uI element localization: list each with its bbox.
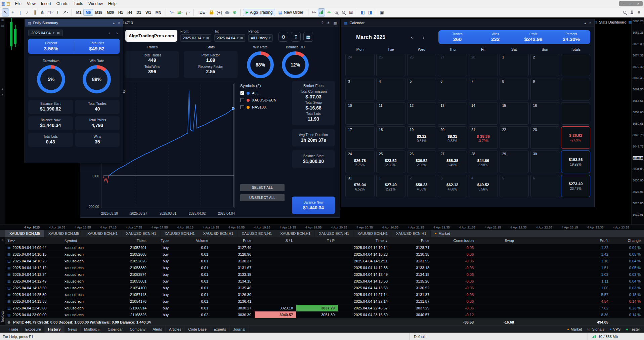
- timeframe-m1[interactable]: M1: [74, 9, 83, 15]
- symbol-checkbox[interactable]: [240, 105, 244, 109]
- grid-button[interactable]: ⊞▾: [176, 9, 184, 16]
- vps-button[interactable]: ■VPS: [610, 327, 620, 331]
- prev-day-button[interactable]: ‹: [109, 31, 110, 36]
- profile-cell[interactable]: Default: [410, 333, 588, 340]
- tab-experts[interactable]: Experts: [210, 326, 230, 333]
- history-column-header[interactable]: Symbol: [62, 237, 113, 245]
- new-order-button[interactable]: ▤New Order: [276, 9, 305, 16]
- tab-news[interactable]: News: [65, 326, 81, 333]
- autoshift-button[interactable]: ↠: [326, 9, 332, 16]
- tab-company[interactable]: Company: [126, 326, 149, 333]
- text-tool-button[interactable]: T: [54, 9, 61, 16]
- menu-item-tools[interactable]: Tools: [71, 1, 86, 7]
- chart-tab[interactable]: XAUUSD-ECN,M5: [44, 230, 83, 237]
- menu-item-file[interactable]: File: [12, 1, 24, 7]
- close-button[interactable]: ×: [635, 1, 642, 6]
- timeframe-h4[interactable]: H4: [125, 9, 134, 15]
- timeframe-m30[interactable]: M30: [105, 9, 116, 15]
- to-date-input[interactable]: 2025.04.04 ▾ ▦: [214, 34, 245, 42]
- cloud-button[interactable]: [224, 9, 230, 16]
- web-button[interactable]: ⊕: [231, 9, 238, 16]
- collapse-icon[interactable]: ▴: [113, 21, 115, 25]
- trendline-tool-button[interactable]: ∕: [24, 9, 31, 16]
- timeframe-m5[interactable]: M5: [84, 9, 93, 15]
- signal-button[interactable]: (●): [216, 9, 223, 16]
- arrows-tool-button[interactable]: ↗▾: [62, 9, 69, 16]
- menu-item-window[interactable]: Window: [86, 1, 105, 7]
- menu-item-view[interactable]: View: [24, 1, 38, 7]
- vline-tool-button[interactable]: |: [17, 9, 24, 16]
- symbol-row[interactable]: XAUUSD-ECN: [240, 98, 288, 102]
- daily-summary-titlebar[interactable]: ▤ Daily Summary ▴ ×: [25, 19, 123, 27]
- panel-left-button[interactable]: ◧: [359, 9, 366, 16]
- close-toolbox-icon[interactable]: ×: [2, 238, 4, 242]
- maximize-button[interactable]: □: [627, 1, 635, 6]
- tab-trade[interactable]: Trade: [5, 326, 22, 333]
- history-column-header[interactable]: S / L: [255, 237, 296, 245]
- chart-tab[interactable]: XAUUSD-ECN,M5: [5, 230, 44, 237]
- table-row[interactable]: ▤2025.04.04 14:12:49xauusd-ecn21053681bu…: [5, 278, 644, 285]
- calendar-icon[interactable]: ▦: [57, 31, 60, 35]
- timeframe-h1[interactable]: H1: [116, 9, 125, 15]
- tab-calendar[interactable]: Calendar: [104, 326, 126, 333]
- close-icon[interactable]: ×: [118, 21, 120, 25]
- tab-alerts[interactable]: Alerts: [149, 326, 166, 333]
- strip-list-icon[interactable]: ▤: [1, 24, 4, 28]
- time-axis[interactable]: 4 Apr 20254 Apr 16:354 Apr 16:554 Apr 17…: [0, 224, 644, 230]
- cursor-tool-button[interactable]: ↖: [2, 9, 9, 16]
- tab-market[interactable]: ● Market: [431, 230, 454, 237]
- price-axis[interactable]: 3086.203082.253078.303074.353070.403066.…: [631, 17, 644, 224]
- menu-item-charts[interactable]: Charts: [54, 1, 71, 7]
- unselect-all-button[interactable]: UNSELECT ALL: [240, 194, 285, 201]
- help-icon[interactable]: ?: [321, 21, 324, 25]
- history-column-header[interactable]: Time▲: [338, 237, 391, 245]
- from-date-input[interactable]: 2025.03.14 ▾ ▦: [180, 34, 211, 42]
- symbol-checkbox[interactable]: ✓: [240, 91, 244, 95]
- table-row[interactable]: ▤2025.04.04 23:00:00xauusd-ecn21168826bu…: [5, 311, 644, 318]
- crosshair-tool-button[interactable]: +: [9, 9, 16, 16]
- calendar-icon[interactable]: ▦: [240, 36, 243, 40]
- summary-date-input[interactable]: 2025.04.04 ▾ ▦: [28, 30, 63, 36]
- tab-journal[interactable]: Journal: [230, 326, 249, 333]
- chart-type-button[interactable]: ∿▾: [168, 9, 176, 16]
- symbol-checkbox[interactable]: [240, 98, 244, 102]
- symbol-row[interactable]: ✓ALL: [240, 91, 288, 95]
- table-row[interactable]: ▤2025.04.04 14:12:12xauusd-ecn21053389bu…: [5, 264, 644, 271]
- search-icon[interactable]: [623, 11, 626, 14]
- chart-shift-button[interactable]: ↦: [311, 9, 317, 16]
- auto-scroll-button[interactable]: [318, 9, 325, 16]
- timeframe-mn[interactable]: MN: [154, 9, 163, 15]
- chart-tab[interactable]: XAUUSD-ECN,H1: [199, 230, 238, 237]
- theme-icon[interactable]: ☀: [327, 21, 330, 25]
- timeframe-d1[interactable]: D1: [134, 9, 143, 15]
- symbol-row[interactable]: NAS100.: [240, 105, 288, 109]
- account-icon[interactable]: [630, 10, 634, 14]
- strip-collapse-up-icon[interactable]: ▴: [2, 87, 3, 90]
- indicators-button[interactable]: ƒ▾: [184, 9, 191, 16]
- tab-mailbox[interactable]: Mailbox11: [81, 326, 104, 333]
- history-column-header[interactable]: Commission: [433, 237, 477, 245]
- lock-button[interactable]: [208, 9, 215, 16]
- calendar-titlebar[interactable]: ▦ Calendar ▴ ×: [341, 19, 594, 27]
- table-row[interactable]: ▤2025.04.04 14:13:50xauusd-ecn21054100bu…: [5, 285, 644, 291]
- panel-right-button[interactable]: ◨: [367, 9, 374, 16]
- calendar-icon[interactable]: ▦: [334, 21, 337, 25]
- next-month-button[interactable]: ›: [423, 34, 424, 40]
- ide-button[interactable]: IDE: [196, 9, 208, 16]
- market-button[interactable]: ●Market: [567, 327, 582, 331]
- strip-grid-icon[interactable]: ⊞: [1, 18, 4, 22]
- pitchfork-tool-button[interactable]: ⋔: [39, 9, 46, 16]
- chart-tab[interactable]: XAUUSD-ECN,H1: [276, 230, 315, 237]
- chart-tab[interactable]: XAUUSD-ECN,H1: [122, 230, 161, 237]
- tester-button[interactable]: ◆Tester: [626, 327, 640, 331]
- zoom-in-button[interactable]: +: [333, 9, 340, 16]
- close-icon[interactable]: ×: [590, 21, 592, 25]
- menu-item-help[interactable]: Help: [105, 1, 119, 7]
- history-column-header[interactable]: Volume: [172, 237, 212, 245]
- history-column-header[interactable]: T / P: [296, 237, 338, 245]
- calendar-icon[interactable]: ▦: [206, 36, 209, 40]
- table-row[interactable]: ▤2025.04.04 14:09:44xauusd-ecn21052401bu…: [5, 244, 644, 251]
- algo-trading-button[interactable]: ▶Algo Trading: [243, 9, 275, 16]
- screenshot-button[interactable]: ▣: [379, 9, 385, 16]
- chart-tab[interactable]: XAUUSD-ECN,H1: [83, 230, 122, 237]
